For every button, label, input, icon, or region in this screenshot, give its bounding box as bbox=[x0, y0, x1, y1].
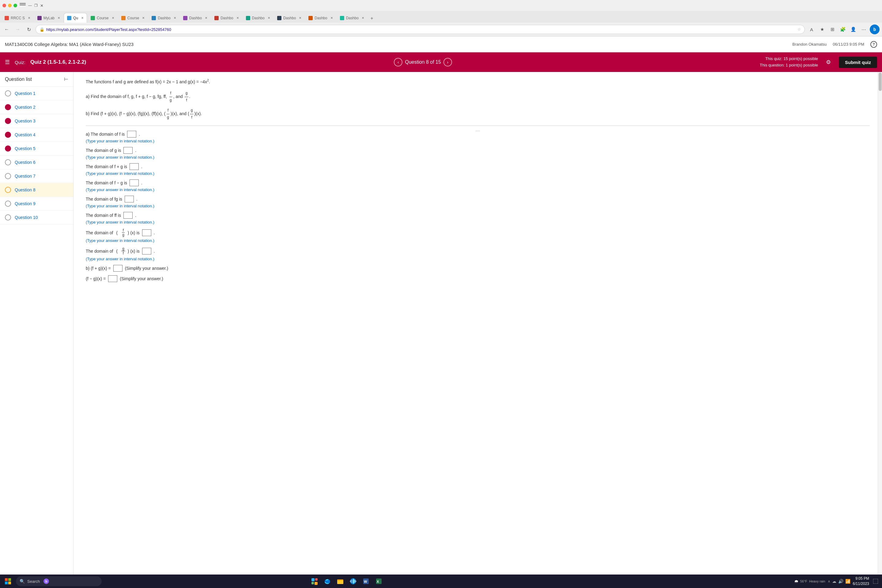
taskbar-browser-button[interactable] bbox=[347, 576, 359, 587]
window-close[interactable] bbox=[3, 4, 6, 8]
sidebar-item-question-6[interactable]: Question 6 bbox=[0, 156, 73, 170]
notifications-button[interactable] bbox=[872, 577, 879, 585]
browser-tab-9[interactable]: Dashbo ✕ bbox=[274, 13, 305, 22]
domain-fplusg-input[interactable] bbox=[129, 163, 139, 170]
tab-close-11[interactable]: ✕ bbox=[362, 16, 364, 20]
sidebar-collapse-button[interactable]: ⊢ bbox=[64, 76, 68, 82]
taskbar-word-button[interactable]: W bbox=[360, 576, 372, 587]
browser-tab-7[interactable]: Dashbo ✕ bbox=[211, 13, 242, 22]
tab-favicon-2 bbox=[67, 16, 71, 20]
svg-text:W: W bbox=[364, 580, 367, 584]
tab-close-10[interactable]: ✕ bbox=[330, 16, 333, 20]
tab-close-8[interactable]: ✕ bbox=[268, 16, 270, 20]
browser-tab-11[interactable]: Dashbo ✕ bbox=[337, 13, 368, 22]
close-icon[interactable]: ✕ bbox=[40, 3, 44, 8]
taskbar-clock[interactable]: 9:05 PM 6/11/2023 bbox=[853, 576, 869, 586]
next-question-button[interactable]: › bbox=[444, 58, 452, 66]
domain-goverf-row: The domain of ( gf ) (x) is . bbox=[86, 246, 870, 255]
excel-icon: X bbox=[375, 578, 382, 585]
help-button[interactable]: ? bbox=[870, 41, 877, 48]
submit-quiz-button[interactable]: Submit quiz bbox=[839, 57, 877, 68]
tab-close-6[interactable]: ✕ bbox=[205, 16, 207, 20]
bing-icon[interactable]: b bbox=[870, 24, 879, 34]
window-maximize[interactable] bbox=[14, 4, 17, 8]
browser-tab-4[interactable]: Course ✕ bbox=[118, 13, 148, 22]
window-minimize[interactable] bbox=[8, 4, 12, 8]
quiz-menu-icon[interactable]: ☰ bbox=[5, 59, 10, 66]
forward-button[interactable]: → bbox=[14, 25, 22, 34]
domain-fminusg-input[interactable] bbox=[129, 180, 139, 186]
start-button[interactable] bbox=[3, 576, 14, 587]
settings-icon[interactable]: ⚙ bbox=[823, 57, 834, 68]
address-bar[interactable]: 🔒 https://mylab.pearson.com/Student/Play… bbox=[36, 25, 805, 34]
taskbar-date-text: 6/11/2023 bbox=[853, 581, 869, 586]
sidebar-item-question-5[interactable]: Question 5 bbox=[0, 142, 73, 156]
more-icon[interactable]: ⋯ bbox=[860, 25, 868, 34]
tab-close-2[interactable]: ✕ bbox=[81, 16, 84, 20]
taskbar-excel-button[interactable]: X bbox=[373, 576, 385, 587]
tab-close-0[interactable]: ✕ bbox=[28, 16, 30, 20]
network-icon[interactable]: 📶 bbox=[845, 579, 850, 584]
collections-icon[interactable]: ⊞ bbox=[828, 25, 837, 34]
sidebar-item-question-8[interactable]: Question 8 bbox=[0, 183, 73, 197]
browser-tab-0[interactable]: RRCC S ✕ bbox=[1, 13, 34, 22]
domain-ff-input[interactable] bbox=[123, 212, 133, 219]
domain-fg-label: The domain of fg is bbox=[86, 196, 122, 201]
domain-f-input[interactable] bbox=[127, 131, 136, 138]
domain-goverf-input[interactable] bbox=[142, 248, 151, 255]
divider-dots: ···· bbox=[473, 129, 482, 133]
sidebar-item-question-2[interactable]: Question 2 bbox=[0, 100, 73, 114]
browser-tab-3[interactable]: Course ✕ bbox=[87, 13, 118, 22]
tab-close-5[interactable]: ✕ bbox=[174, 16, 176, 20]
sidebar-item-question-4[interactable]: Question 4 bbox=[0, 128, 73, 142]
svg-rect-3 bbox=[8, 582, 11, 584]
partb-fminusg-input[interactable] bbox=[108, 275, 117, 282]
browser-tab-5[interactable]: Dashbo ✕ bbox=[148, 13, 179, 22]
sidebar-item-question-1[interactable]: Question 1 bbox=[0, 87, 73, 100]
svg-rect-5 bbox=[315, 578, 318, 580]
browser-tab-2[interactable]: Qu ✕ bbox=[64, 13, 87, 22]
translate-icon[interactable]: A bbox=[807, 25, 816, 34]
new-tab-button[interactable]: + bbox=[368, 14, 376, 22]
browser-menu-icon[interactable] bbox=[20, 3, 26, 8]
sidebar-items-list: Question 1 Question 2 Question 3 Questio… bbox=[0, 87, 73, 225]
word-icon: W bbox=[363, 578, 369, 585]
browser-tab-10[interactable]: Dashbo ✕ bbox=[305, 13, 336, 22]
domain-fg-input[interactable] bbox=[124, 196, 134, 202]
sidebar-item-question-7[interactable]: Question 7 bbox=[0, 170, 73, 183]
speaker-icon[interactable]: 🔊 bbox=[838, 579, 843, 584]
extensions-icon[interactable]: 🧩 bbox=[838, 25, 847, 34]
domain-g-input[interactable] bbox=[123, 147, 133, 154]
star-icon[interactable]: ☆ bbox=[798, 27, 801, 32]
browser-tab-6[interactable]: Dashbo ✕ bbox=[180, 13, 211, 22]
favorites-icon[interactable]: ★ bbox=[818, 25, 826, 34]
taskbar-file-explorer-button[interactable] bbox=[334, 576, 346, 587]
taskbar-search-bar[interactable]: 🔍 Search b bbox=[16, 576, 102, 586]
browser-tab-1[interactable]: MyLab ✕ bbox=[34, 13, 63, 22]
reload-button[interactable]: ↻ bbox=[24, 25, 33, 34]
tab-close-4[interactable]: ✕ bbox=[142, 16, 144, 20]
browser-tab-8[interactable]: Dashbo ✕ bbox=[243, 13, 273, 22]
restore-icon[interactable]: ❐ bbox=[34, 3, 38, 8]
sidebar-item-question-10[interactable]: Question 10 bbox=[0, 211, 73, 225]
taskbar-edge-button[interactable] bbox=[322, 576, 333, 587]
tab-close-1[interactable]: ✕ bbox=[58, 16, 60, 20]
profile-icon[interactable]: 👤 bbox=[849, 25, 858, 34]
weather-label: 56°F bbox=[800, 579, 807, 583]
tab-close-9[interactable]: ✕ bbox=[299, 16, 302, 20]
taskbar-widgets-button[interactable] bbox=[309, 576, 320, 587]
sidebar-item-question-9[interactable]: Question 9 bbox=[0, 197, 73, 211]
back-button[interactable]: ← bbox=[3, 25, 11, 34]
tab-close-3[interactable]: ✕ bbox=[112, 16, 114, 20]
expand-icon[interactable]: ∧ bbox=[828, 579, 830, 584]
domain-foverg-input[interactable] bbox=[142, 230, 151, 236]
tab-close-7[interactable]: ✕ bbox=[236, 16, 239, 20]
minimize-icon[interactable]: — bbox=[28, 3, 32, 8]
scrollbar[interactable] bbox=[878, 72, 882, 576]
browser-titlebar: — ❐ ✕ bbox=[0, 0, 882, 11]
sidebar-item-question-3[interactable]: Question 3 bbox=[0, 114, 73, 128]
scrollbar-thumb[interactable] bbox=[879, 73, 882, 91]
partb-fplusg-input[interactable] bbox=[113, 265, 123, 272]
question-status-circle-7 bbox=[5, 173, 11, 179]
prev-question-button[interactable]: ‹ bbox=[394, 58, 402, 66]
